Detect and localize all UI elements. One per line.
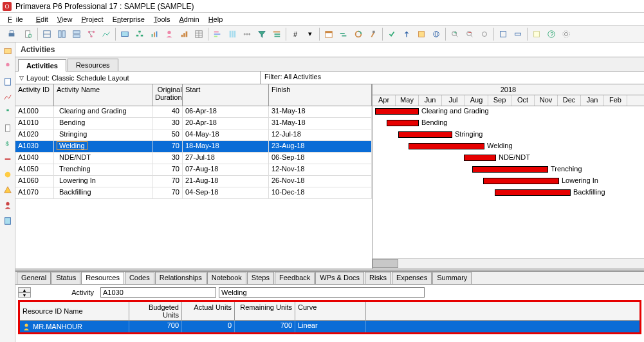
detail-tab-resources[interactable]: Resources [81,272,124,284]
activity-name-field[interactable] [219,287,425,298]
schedule-icon[interactable] [322,27,336,41]
chart-icon[interactable] [147,27,161,41]
menu-help[interactable]: Help [205,14,227,24]
gantt-bar[interactable] [472,166,548,173]
trace-icon[interactable] [99,27,113,41]
rcol-remaining[interactable]: Remaining Units [235,302,295,320]
help-icon[interactable]: ? [544,27,558,41]
arrow-down-icon[interactable]: ▾ [303,27,317,41]
side-user-icon[interactable] [2,200,14,211]
zoom-out-icon[interactable]: − [463,27,477,41]
layout-icon-2[interactable] [55,27,69,41]
table-row[interactable]: A1050Trenching7007-Aug-1812-Nov-18 [15,164,372,176]
side-thresh-icon[interactable] [2,153,14,165]
filter-icon[interactable] [255,27,269,41]
resource-row[interactable]: MR.MANHOUR 700 0 700 Linear [20,321,639,332]
detail-tab-expenses[interactable]: Expenses [392,272,432,284]
detail-tab-codes[interactable]: Codes [125,272,154,284]
progress-icon[interactable] [351,27,365,41]
detail-tab-status[interactable]: Status [51,272,80,284]
gantt-bar[interactable] [375,108,419,115]
resource-icon[interactable] [162,27,176,41]
collapse-icon[interactable] [511,27,525,41]
rcol-actual[interactable]: Actual Units [182,302,235,320]
zoom-fit-icon[interactable] [477,27,492,41]
rcol-curve[interactable]: Curve [295,302,366,320]
col-activity-name[interactable]: Activity Name [54,84,152,106]
side-wbs-icon[interactable] [2,107,14,119]
side-doc-icon[interactable] [2,122,14,134]
gantt-bar[interactable] [387,120,419,126]
table-row[interactable]: A1030Welding7018-May-1823-Aug-18 [15,141,372,153]
network-icon[interactable] [84,27,98,41]
bars-icon[interactable] [210,27,225,41]
group-icon[interactable] [270,27,284,41]
layout-dropdown[interactable]: Layout: Classic Schedule Layout [15,71,261,84]
tab-resources[interactable]: Resources [68,59,118,71]
gantt-bar[interactable] [483,178,559,184]
detail-tab-wps-docs[interactable]: WPs & Docs [315,272,364,284]
timescale-icon[interactable] [240,27,254,41]
columns-icon[interactable] [225,27,239,41]
print-icon[interactable] [3,27,21,41]
menu-project[interactable]: Project [77,14,107,24]
table-row[interactable]: A1040NDE/NDT3027-Jul-1806-Sep-18 [15,153,372,164]
detail-tab-general[interactable]: General [17,272,51,284]
hammer-icon[interactable] [366,27,380,41]
menu-enterprise[interactable]: Enterprise [109,14,149,24]
zoom-in-icon[interactable]: + [448,27,462,41]
side-reports-icon[interactable] [2,76,14,88]
rcol-budgeted[interactable]: Budgeted Units [129,302,182,320]
hash-icon[interactable]: # [288,27,302,41]
commit-icon[interactable] [385,27,399,41]
col-finish[interactable]: Finish [269,84,372,106]
level-icon[interactable] [336,27,351,41]
global-icon[interactable] [429,27,443,41]
menu-view[interactable]: View [53,14,77,24]
menu-file[interactable]: File [4,14,31,24]
side-issue-icon[interactable] [2,169,14,180]
side-risk-icon[interactable] [2,184,14,196]
activity-spinner[interactable]: ▲▼ [18,287,31,298]
layout-icon-3[interactable] [69,27,84,41]
settings-icon[interactable] [559,27,573,41]
side-tracking-icon[interactable] [2,91,14,103]
side-projects-icon[interactable] [2,45,14,57]
gantt-bar[interactable] [398,131,452,138]
table-row[interactable]: A1010Bending3020-Apr-1831-May-18 [15,118,372,129]
rcol-name[interactable]: Resource ID Name [20,302,129,320]
gantt-scrollbar[interactable] [373,258,644,269]
side-calc-icon[interactable] [2,215,14,227]
side-resources-icon[interactable] [2,61,14,72]
gantt-bar[interactable] [464,155,496,161]
detail-tab-feedback[interactable]: Feedback [275,272,315,284]
spreadsheet-icon[interactable] [192,27,206,41]
detail-tab-notebook[interactable]: Notebook [207,272,246,284]
menu-admin[interactable]: Admin [175,14,203,24]
note-icon[interactable] [529,27,544,41]
print-preview-icon[interactable] [21,27,35,41]
col-start[interactable]: Start [183,84,269,106]
activity-id-field[interactable] [100,287,216,298]
menu-edit[interactable]: Edit [32,14,52,24]
menu-tools[interactable]: Tools [150,14,174,24]
detail-tab-summary[interactable]: Summary [432,272,472,284]
gantt-bar[interactable] [495,189,571,196]
wbs-icon[interactable] [133,27,147,41]
table-row[interactable]: A1000Clearing and Grading4006-Apr-1831-M… [15,106,372,118]
activity-icon[interactable] [118,27,132,41]
profile-icon[interactable] [177,27,191,41]
gantt-bar[interactable] [409,143,484,149]
detail-tab-relationships[interactable]: Relationships [155,272,207,284]
layout-icon-1[interactable] [40,27,54,41]
expand-icon[interactable] [496,27,510,41]
table-row[interactable]: A1020Stringing5004-May-1812-Jul-18 [15,129,372,141]
table-row[interactable]: A1070Backfilling7004-Sep-1810-Dec-18 [15,187,372,199]
col-duration[interactable]: Original Duration [152,84,183,106]
store-icon[interactable] [414,27,428,41]
detail-tab-steps[interactable]: Steps [247,272,274,284]
publish-icon[interactable] [400,27,414,41]
col-activity-id[interactable]: Activity ID [15,84,54,106]
tab-activities[interactable]: Activities [18,59,66,71]
side-exp-icon[interactable]: $ [2,138,14,149]
